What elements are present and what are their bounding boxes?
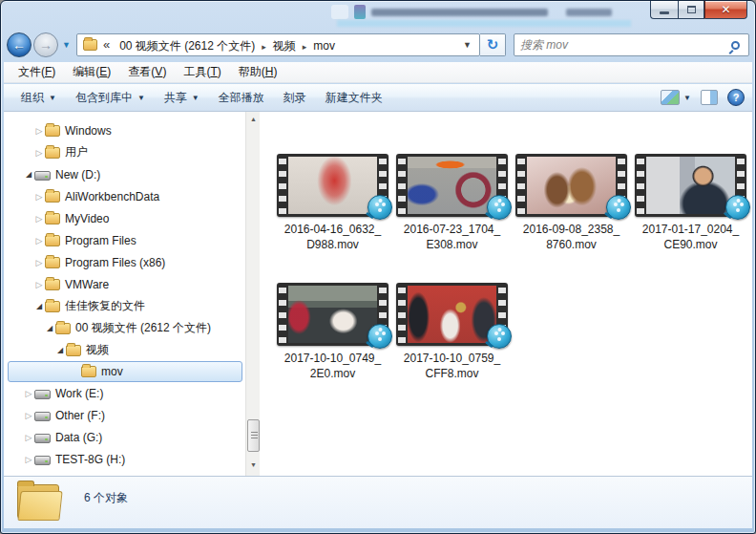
tree-item-program-files[interactable]: ▷ Program Files	[4, 229, 245, 251]
minimize-button[interactable]	[650, 1, 678, 19]
tree-item-idx-8[interactable]: ◢ 佳佳恢复的文件	[4, 295, 245, 317]
menu-item-h[interactable]: 帮助(H)	[230, 62, 286, 82]
movie-reel-badge-icon	[487, 195, 512, 220]
expand-collapsed-icon[interactable]: ▷	[33, 214, 45, 224]
tree-scrollbar[interactable]: ▲ ▼	[245, 112, 260, 476]
thumbnail-image	[408, 157, 496, 214]
expand-collapsed-icon[interactable]: ▷	[33, 126, 45, 136]
address-bar[interactable]: « 00 视频文件 (2612 个文件)▸视频▸mov ▼	[76, 33, 480, 56]
tree-item-program-files-x86[interactable]: ▷ Program Files (x86)	[4, 251, 245, 273]
tree-item-data-g[interactable]: ▷ Data (G:)	[4, 426, 245, 448]
toolbar-button-idx-2[interactable]: 共享▼	[155, 86, 209, 110]
file-item-2017-10-10-0759-cff8-mov[interactable]: 2017-10-10_0759_CFF8.mov	[392, 283, 512, 412]
expand-expanded-icon[interactable]: ◢	[23, 170, 34, 179]
expand-expanded-icon[interactable]: ◢	[44, 324, 55, 332]
help-button[interactable]: ?	[727, 89, 745, 106]
titlebar-ghost	[371, 9, 548, 16]
recent-pages-dropdown[interactable]: ▼	[62, 40, 71, 50]
expand-collapsed-icon[interactable]: ▷	[33, 280, 45, 289]
thumbnail-image	[288, 286, 377, 343]
tree-item-mov[interactable]: mov	[8, 361, 242, 382]
video-thumbnail	[277, 283, 388, 346]
forward-button[interactable]: →	[33, 32, 58, 57]
navigation-bar: ← → ▼ « 00 视频文件 (2612 个文件)▸视频▸mov ▼ ↻ 搜索…	[1, 28, 755, 62]
scroll-up-icon[interactable]: ▲	[246, 112, 261, 126]
expand-collapsed-icon[interactable]: ▷	[33, 192, 45, 202]
tree-item-work-e[interactable]: ▷ Work (E:)	[4, 382, 245, 404]
tree-item-idx-1[interactable]: ▷ 用户	[4, 141, 245, 163]
expand-collapsed-icon[interactable]: ▷	[33, 258, 45, 267]
toolbar-button-idx-4[interactable]: 刻录	[274, 86, 316, 110]
movie-reel-badge-icon	[606, 195, 631, 220]
expand-expanded-icon[interactable]: ◢	[33, 302, 45, 310]
tree-item-new-d[interactable]: ◢ New (D:)	[4, 163, 245, 185]
breadcrumb-item-idx-1[interactable]: 视频	[269, 37, 300, 54]
explorer-window: ✕ ← → ▼ « 00 视频文件 (2612 个文件)▸视频▸mov ▼ ↻ …	[0, 0, 756, 534]
close-button[interactable]: ✕	[704, 1, 747, 19]
expand-collapsed-icon[interactable]: ▷	[23, 433, 34, 442]
folder-icon	[55, 323, 71, 334]
navigation-tree: ▷ Windows ▷ 用户 ◢ New (D:) ▷ AliWorkbench…	[4, 112, 245, 476]
search-box[interactable]: 搜索 mov	[514, 33, 749, 56]
breadcrumb-overflow-chevron[interactable]: «	[103, 37, 110, 52]
file-item-2016-07-23-1704-e308-mov[interactable]: 2016-07-23_1704_E308.mov	[392, 154, 512, 283]
menu-item-e[interactable]: 编辑(E)	[64, 62, 119, 82]
toolbar-button-idx-3[interactable]: 全部播放	[209, 86, 274, 110]
toolbar-button-idx-0[interactable]: 组织▼	[11, 86, 66, 110]
scroll-down-icon[interactable]: ▼	[246, 458, 261, 472]
tree-item-vmware[interactable]: ▷ VMWare	[4, 273, 245, 295]
tree-item-00-2612[interactable]: ◢ 00 视频文件 (2612 个文件)	[4, 317, 245, 339]
search-icon[interactable]	[731, 41, 740, 50]
expand-collapsed-icon[interactable]: ▷	[23, 411, 34, 420]
file-item-2017-01-17-0204-ce90-mov[interactable]: 2017-01-17_0204_CE90.mov	[631, 154, 750, 283]
views-dropdown-caret[interactable]: ▼	[683, 94, 691, 102]
toolbar-button-idx-5[interactable]: 新建文件夹	[316, 86, 392, 110]
breadcrumb: 00 视频文件 (2612 个文件)▸视频▸mov	[116, 36, 339, 54]
file-item-2017-10-10-0749-2e0-mov[interactable]: 2017-10-10_0749_2E0.mov	[273, 283, 392, 412]
scrollbar-thumb[interactable]	[247, 419, 260, 452]
address-dropdown-caret[interactable]: ▼	[459, 40, 475, 50]
details-pane: 6 个对象	[4, 476, 752, 528]
preview-pane-button[interactable]	[701, 90, 718, 105]
tree-item-test-8g-h[interactable]: ▷ TEST-8G (H:)	[4, 448, 245, 470]
thumbnail-image	[288, 157, 377, 214]
movie-reel-badge-icon	[368, 195, 392, 220]
video-thumbnail	[396, 283, 508, 346]
filmstrip-left	[279, 156, 286, 215]
menu-item-v[interactable]: 查看(V)	[119, 62, 175, 82]
breadcrumb-item-mov[interactable]: mov	[309, 37, 339, 54]
drive-icon	[34, 412, 51, 421]
close-icon: ✕	[721, 4, 730, 15]
thumbnail-image	[408, 286, 496, 343]
tree-item-windows[interactable]: ▷ Windows	[4, 119, 245, 141]
change-view-button[interactable]: ▼	[661, 90, 691, 105]
menu-item-t[interactable]: 工具(T)	[175, 62, 229, 82]
folder-icon	[45, 257, 60, 268]
views-icon	[661, 90, 680, 105]
expand-collapsed-icon[interactable]: ▷	[33, 236, 45, 246]
expand-expanded-icon[interactable]: ◢	[54, 346, 66, 354]
folder-icon	[81, 366, 96, 377]
menu-item-f[interactable]: 文件(F)	[10, 62, 64, 82]
tree-item-aliworkbenchdata[interactable]: ▷ AliWorkbenchData	[4, 185, 245, 207]
refresh-button[interactable]: ↻	[480, 33, 506, 56]
file-item-2016-04-16-0632-d988-mov[interactable]: 2016-04-16_0632_D988.mov	[273, 154, 392, 283]
expand-collapsed-icon[interactable]: ▷	[33, 148, 45, 158]
breadcrumb-item-00-2612[interactable]: 00 视频文件 (2612 个文件)	[116, 37, 259, 54]
drive-icon	[34, 390, 51, 399]
file-list-pane[interactable]: 2016-04-16_0632_D988.mov 2016-07-23_1704…	[260, 112, 752, 476]
restore-button[interactable]	[678, 1, 704, 19]
back-button[interactable]: ←	[7, 32, 32, 57]
tree-item-other-f[interactable]: ▷ Other (F:)	[4, 404, 245, 426]
tree-item-idx-10[interactable]: ◢ 视频	[4, 339, 245, 361]
folder-icon	[66, 345, 81, 356]
file-item-2016-09-08-2358-8760-mov[interactable]: 2016-09-08_2358_8760.mov	[512, 154, 631, 283]
breadcrumb-separator-icon: ▸	[259, 42, 269, 52]
title-bar[interactable]	[1, 1, 755, 28]
tree-item-myvideo[interactable]: ▷ MyVideo	[4, 207, 245, 229]
expand-collapsed-icon[interactable]: ▷	[23, 389, 34, 398]
toolbar-button-idx-1[interactable]: 包含到库中▼	[66, 86, 155, 110]
file-name: 2016-04-16_0632_D988.mov	[283, 222, 384, 252]
video-thumbnail	[635, 154, 746, 217]
expand-collapsed-icon[interactable]: ▷	[23, 455, 34, 464]
